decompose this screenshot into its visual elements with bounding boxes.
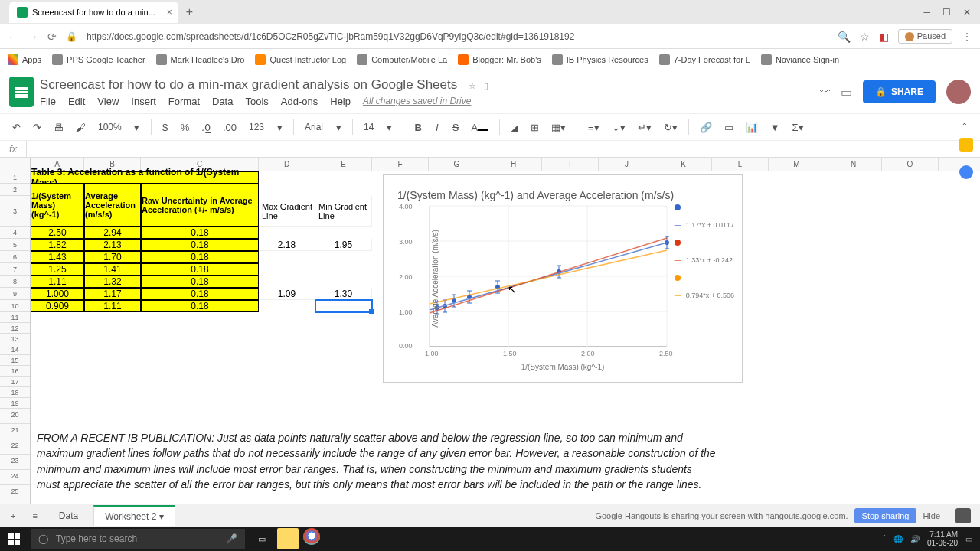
rotate-icon[interactable]: ↻▾ — [659, 119, 682, 136]
cell[interactable]: 0.18 — [141, 239, 259, 251]
cell[interactable]: 1.95 — [315, 239, 372, 251]
tray-up-icon[interactable]: ˆ — [884, 535, 886, 543]
taskbar-search[interactable]: ◯ Type here to search 🎤 — [31, 529, 245, 549]
menu-view[interactable]: View — [97, 96, 119, 107]
start-button[interactable] — [0, 527, 28, 551]
cell[interactable]: 0.18 — [141, 300, 259, 312]
comment-icon[interactable]: ▭ — [720, 119, 738, 136]
currency-icon[interactable]: $ — [158, 119, 173, 136]
chrome-icon[interactable] — [303, 528, 320, 545]
row-header[interactable]: 4 — [0, 227, 30, 239]
row-header[interactable]: 10 — [0, 300, 30, 312]
cell[interactable]: 1.43 — [31, 251, 84, 263]
zoom-select[interactable]: 100% — [93, 122, 126, 132]
url-field[interactable]: https://docs.google.com/spreadsheets/d/1… — [87, 31, 828, 42]
cell[interactable]: 1.32 — [84, 276, 141, 288]
select-all-corner[interactable] — [0, 158, 31, 171]
row-header[interactable]: 20 — [0, 409, 30, 424]
hide-button[interactable]: Hide — [923, 511, 940, 520]
sheet-tab-data[interactable]: Data — [48, 507, 89, 525]
browser-tab[interactable]: Screencast for how to do a min... × — [9, 2, 178, 23]
dec-increase-icon[interactable]: .00 — [218, 119, 241, 136]
row-header[interactable]: 25 — [0, 485, 30, 500]
sheet-tab-worksheet2[interactable]: Worksheet 2 ▾ — [93, 505, 175, 526]
format-more[interactable]: 123 — [244, 122, 269, 132]
cell[interactable]: 0.909 — [31, 300, 84, 312]
strike-icon[interactable]: S — [448, 119, 464, 136]
col-header[interactable]: H — [485, 158, 542, 171]
row-header[interactable]: 23 — [0, 455, 30, 470]
table-title[interactable]: Table 3: Acceleration as a function of 1… — [31, 171, 259, 184]
menu-data[interactable]: Data — [212, 96, 233, 107]
bookmark-item[interactable]: Naviance Sign-in — [761, 54, 839, 65]
row-header[interactable]: 11 — [0, 312, 30, 323]
row-header[interactable]: 22 — [0, 439, 30, 455]
cell[interactable]: 1.82 — [31, 239, 84, 251]
row-header[interactable]: 21 — [0, 424, 30, 439]
menu-tools[interactable]: Tools — [245, 96, 268, 107]
link-icon[interactable]: 🔗 — [695, 119, 717, 136]
undo-icon[interactable]: ↶ — [8, 119, 25, 136]
fill-handle[interactable] — [369, 309, 374, 314]
tray-clock[interactable]: 7:11 AM 01-06-20 — [927, 530, 958, 547]
filter-icon[interactable]: ▼ — [766, 119, 785, 136]
cell[interactable]: 1.09 — [259, 288, 315, 300]
italic-icon[interactable]: I — [430, 119, 445, 136]
selected-cell[interactable] — [315, 300, 372, 312]
menu-edit[interactable]: Edit — [68, 96, 85, 107]
header-col-a[interactable]: 1/(System Mass) (kg^-1) — [31, 184, 84, 227]
row-header[interactable]: 12 — [0, 323, 30, 334]
menu-help[interactable]: Help — [330, 96, 351, 107]
chart-icon[interactable]: 📊 — [741, 119, 763, 136]
menu-format[interactable]: Format — [168, 96, 200, 107]
cell[interactable]: 2.50 — [31, 227, 84, 239]
wrap-icon[interactable]: ↵▾ — [633, 119, 656, 136]
keep-icon[interactable] — [959, 138, 973, 152]
col-header[interactable]: G — [429, 158, 485, 171]
halign-icon[interactable]: ≡▾ — [583, 119, 604, 136]
col-header[interactable]: F — [372, 158, 429, 171]
publication-text[interactable]: FROM A RECENT IB PUBLICATION: Just as da… — [37, 430, 718, 492]
cell[interactable]: 1.25 — [31, 263, 84, 276]
cell[interactable]: 1.11 — [31, 276, 84, 288]
cell[interactable]: 0.18 — [141, 288, 259, 300]
header-col-e[interactable]: Min Gradient Line — [315, 196, 372, 227]
merge-icon[interactable]: ▦▾ — [547, 119, 570, 136]
row-header[interactable]: 7 — [0, 263, 30, 276]
row-header[interactable]: 8 — [0, 276, 30, 288]
share-button[interactable]: 🔒SHARE — [863, 80, 936, 103]
cell[interactable]: 2.18 — [259, 239, 315, 251]
col-header[interactable]: N — [825, 158, 882, 171]
row-header[interactable]: 19 — [0, 398, 30, 409]
comments-icon[interactable]: ▭ — [841, 85, 852, 99]
col-header[interactable]: L — [712, 158, 769, 171]
close-tab-icon[interactable]: × — [167, 7, 172, 18]
cell[interactable]: 0.18 — [141, 251, 259, 263]
row-header[interactable]: 9 — [0, 288, 30, 300]
header-col-c[interactable]: Raw Uncertainty in Average Acceleration … — [141, 184, 259, 227]
cell[interactable]: 1.17 — [84, 288, 141, 300]
profile-paused[interactable]: Paused — [898, 29, 952, 44]
cell[interactable]: 0.18 — [141, 276, 259, 288]
star-icon[interactable]: ☆ — [469, 81, 476, 91]
forward-icon[interactable]: → — [28, 31, 38, 43]
menu-insert[interactable]: Insert — [131, 96, 156, 107]
cell[interactable]: 1.41 — [84, 263, 141, 276]
cell[interactable]: 1.11 — [84, 300, 141, 312]
row-header[interactable]: 17 — [0, 377, 30, 387]
row-header[interactable]: 13 — [0, 334, 30, 344]
close-window-icon[interactable]: ✕ — [963, 7, 971, 18]
add-sheet-icon[interactable]: + — [5, 508, 21, 523]
bookmark-item[interactable]: Computer/Mobile La — [357, 54, 447, 65]
textcolor-icon[interactable]: A — [466, 119, 493, 136]
spreadsheet-grid[interactable]: A B C D E F G H I J K L M N O 1 2 3 4 5 … — [0, 158, 980, 522]
row-header[interactable]: 1 — [0, 171, 30, 184]
font-select[interactable]: Arial — [300, 122, 328, 132]
cell[interactable]: 1.70 — [84, 251, 141, 263]
header-col-d[interactable]: Max Gradient Line — [259, 196, 315, 227]
fontsize-select[interactable]: 14 — [359, 122, 378, 132]
bookmark-item[interactable]: Blogger: Mr. Bob's — [458, 54, 541, 65]
maximize-icon[interactable]: ☐ — [942, 7, 951, 18]
doc-title[interactable]: Screencast for how to do a min-max gradi… — [40, 77, 457, 92]
col-header[interactable]: E — [315, 158, 372, 171]
